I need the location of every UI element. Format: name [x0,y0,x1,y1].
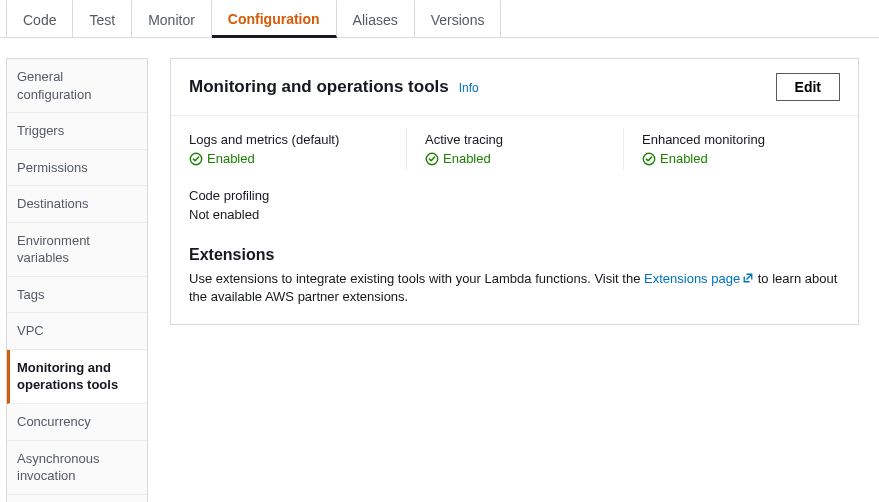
check-circle-icon [642,152,656,166]
status-enhanced-monitoring: Enhanced monitoring Enabled [623,128,840,170]
tab-aliases[interactable]: Aliases [337,0,415,37]
edit-button[interactable]: Edit [776,73,840,101]
sidebar-item-concurrency[interactable]: Concurrency [7,404,147,441]
tab-monitor[interactable]: Monitor [132,0,212,37]
sidebar-item-environment-variables[interactable]: Environment variables [7,223,147,277]
status-active-tracing: Active tracing Enabled [406,128,623,170]
check-circle-icon [425,152,439,166]
status-logs-metrics: Logs and metrics (default) Enabled [189,128,406,170]
status-value: Enabled [642,151,828,166]
status-text: Enabled [660,151,708,166]
status-label: Enhanced monitoring [642,132,828,147]
sidebar-item-code-signing[interactable]: Code signing [7,495,147,502]
status-label: Logs and metrics (default) [189,132,394,147]
panel-header: Monitoring and operations tools Info Edi… [171,59,858,116]
status-text: Not enabled [189,207,259,222]
extensions-title: Extensions [189,246,840,264]
check-circle-icon [189,152,203,166]
status-value: Enabled [425,151,611,166]
sidebar-item-tags[interactable]: Tags [7,277,147,314]
sidebar-item-async-invocation[interactable]: Asynchronous invocation [7,441,147,495]
sidebar-item-destinations[interactable]: Destinations [7,186,147,223]
tab-test[interactable]: Test [73,0,132,37]
status-value: Enabled [189,151,394,166]
extensions-section: Extensions Use extensions to integrate e… [171,242,858,324]
extensions-description: Use extensions to integrate existing too… [189,270,840,306]
tab-versions[interactable]: Versions [415,0,502,37]
top-tabs: Code Test Monitor Configuration Aliases … [0,0,879,38]
extensions-text-pre: Use extensions to integrate existing too… [189,271,644,286]
sidebar-item-vpc[interactable]: VPC [7,313,147,350]
sidebar-item-triggers[interactable]: Triggers [7,113,147,150]
sidebar-item-permissions[interactable]: Permissions [7,150,147,187]
info-link[interactable]: Info [459,81,479,95]
sidebar-item-general[interactable]: General configuration [7,59,147,113]
config-sidebar: General configuration Triggers Permissio… [6,58,148,502]
external-link-icon [742,271,754,283]
sidebar-item-monitoring[interactable]: Monitoring and operations tools [7,350,147,404]
tab-configuration[interactable]: Configuration [212,0,337,38]
status-label: Active tracing [425,132,611,147]
panel-title: Monitoring and operations tools [189,77,449,97]
extensions-page-link[interactable]: Extensions page [644,271,754,286]
extensions-link-text: Extensions page [644,271,740,286]
status-grid: Logs and metrics (default) Enabled Activ… [171,116,858,242]
status-value: Not enabled [189,207,394,222]
status-text: Enabled [207,151,255,166]
status-text: Enabled [443,151,491,166]
monitoring-panel: Monitoring and operations tools Info Edi… [170,58,859,325]
status-label: Code profiling [189,188,394,203]
tab-code[interactable]: Code [6,0,73,37]
status-code-profiling: Code profiling Not enabled [189,184,406,226]
